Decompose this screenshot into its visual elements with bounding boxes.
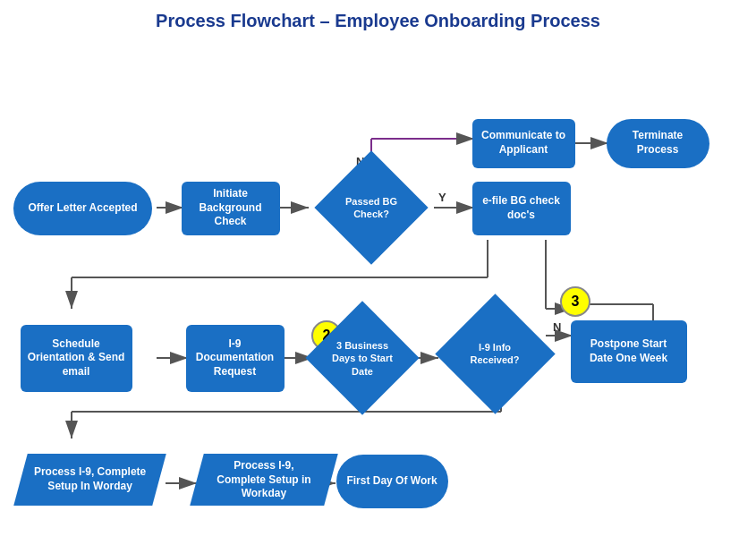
first-day-shape: First Day Of Work: [334, 452, 450, 510]
initiate-bg-shape: Initiate Background Check: [179, 179, 282, 237]
efile-label: e-file BG check doc's: [480, 194, 564, 222]
i9-received-label: I-9 Info Received?: [470, 342, 519, 365]
passed-bg-shape: Passed BG Check?: [304, 172, 438, 243]
flowchart-container: Process Flowchart – Employee Onboarding …: [0, 0, 756, 545]
svg-text:N: N: [553, 320, 561, 334]
process-i9-workday-label: Process I-9, Complete Setup in Workday: [209, 458, 319, 500]
connector-3: 3: [560, 286, 590, 317]
svg-text:Y: Y: [438, 191, 446, 204]
three-biz-shape: 3 Business Days to Start Date: [309, 316, 416, 401]
i9-doc-shape: I-9 Documentation Request: [183, 322, 286, 394]
passed-bg-label: Passed BG Check?: [345, 196, 397, 219]
schedule-label: Schedule Orientation & Send email: [28, 337, 125, 379]
terminate-label: Terminate Process: [616, 129, 701, 157]
efile-shape: e-file BG check doc's: [470, 179, 573, 237]
process-i9-workday-shape: Process I-9, Complete Setup in Workday: [192, 450, 336, 508]
communicate-shape: Communicate to Applicant: [470, 116, 577, 170]
three-biz-label: 3 Business Days to Start Date: [332, 340, 393, 377]
schedule-shape: Schedule Orientation & Send email: [18, 322, 134, 394]
postpone-label: Postpone Start Date One Week: [578, 337, 680, 365]
first-day-label: First Day Of Work: [346, 474, 437, 489]
initiate-bg-label: Initiate Background Check: [189, 187, 273, 229]
terminate-shape: Terminate Process: [604, 116, 711, 170]
postpone-shape: Postpone Start Date One Week: [568, 318, 689, 385]
process-i9-worday-label: Process I-9, Complete Setup In Worday: [33, 465, 147, 493]
communicate-label: Communicate to Applicant: [480, 129, 568, 157]
process-i9-worday-shape: Process I-9, Complete Setup In Worday: [16, 450, 164, 508]
offer-letter-shape: Offer Letter Accepted: [9, 179, 157, 237]
i9-doc-label: I-9 Documentation Request: [193, 337, 277, 379]
i9-received-shape: I-9 Info Received?: [437, 313, 553, 394]
page-title: Process Flowchart – Employee Onboarding …: [0, 0, 756, 38]
offer-letter-label: Offer Letter Accepted: [28, 201, 137, 216]
